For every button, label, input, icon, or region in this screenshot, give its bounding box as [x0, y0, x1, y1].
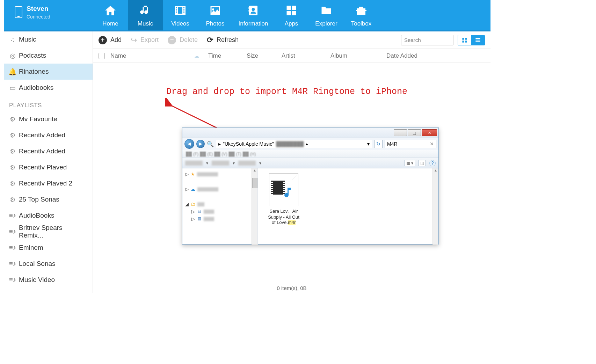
item-count: 0 item(s), 0B	[277, 285, 306, 291]
column-album[interactable]: Album	[330, 52, 386, 59]
svg-rect-2	[462, 41, 464, 42]
explorer-menu: ██(F) ██(E) ██(V) ██(T) ██(H)	[182, 150, 438, 158]
bell-icon: 🔔	[9, 68, 16, 75]
playlist-item[interactable]: ⚙Mv Favourite	[4, 111, 93, 127]
home-icon	[102, 3, 118, 17]
sidebar-ringtones[interactable]: 🔔Rinatones	[4, 64, 93, 80]
playlist-item[interactable]: ⚙Recentlv Added	[4, 127, 93, 143]
minimize-button[interactable]: ─	[394, 129, 407, 136]
explorer-toolbar: ▾ ▾ ▾ ▦ ▾ ◫ ?	[182, 158, 438, 168]
gear-icon: ⚙	[9, 116, 16, 123]
svg-rect-0	[462, 38, 464, 39]
svg-rect-5	[475, 39, 480, 40]
select-all-checkbox[interactable]	[93, 53, 110, 59]
svg-rect-6	[475, 41, 480, 42]
column-date-added[interactable]: Date Added	[386, 52, 490, 59]
music-note-icon: ♫	[9, 36, 16, 43]
contacts-icon	[245, 3, 261, 17]
nav-photos[interactable]: Photos	[198, 0, 233, 30]
plus-icon: +	[99, 36, 107, 44]
grid-view-button[interactable]	[458, 35, 471, 45]
nav-home[interactable]: Home	[93, 0, 128, 30]
cloud-icon: ☁	[191, 187, 195, 192]
help-icon[interactable]: ?	[429, 160, 436, 166]
nav-videos[interactable]: Videos	[163, 0, 198, 30]
maximize-button[interactable]: ▢	[408, 129, 421, 136]
cloud-icon: ☁	[194, 53, 208, 59]
device-name: Steven	[27, 5, 50, 13]
column-name[interactable]: Name	[110, 52, 194, 59]
sidebar-audiobooks[interactable]: ▭Audiobooks	[4, 80, 93, 96]
nav-toolbox[interactable]: Toolbox	[344, 0, 379, 30]
windows-explorer-window: ─ ▢ ✕ ◄ ► 🔍 ▸ "UkeySoft Apple Music" ███…	[182, 128, 439, 245]
add-button[interactable]: +Add	[99, 36, 122, 44]
delete-button[interactable]: −Delete	[168, 36, 198, 44]
explorer-body: ▷★ ▷☁ ◢🗂 ▷🖥 ▷🖥 ▲ Sara Lov、Air	[182, 168, 438, 245]
explorer-tree[interactable]: ▷★ ▷☁ ◢🗂 ▷🖥 ▷🖥 ▲	[182, 168, 258, 245]
computer-icon: 🖥	[197, 209, 202, 214]
path-field[interactable]: ▸ "UkeySoft Apple Music" ████████ ▸ ▾	[216, 140, 372, 148]
explorer-titlebar[interactable]: ─ ▢ ✕	[182, 128, 438, 138]
status-bar: 0 item(s), 0B	[93, 283, 490, 293]
export-icon: ↪	[131, 36, 137, 45]
svg-rect-1	[465, 38, 467, 39]
svg-rect-4	[475, 38, 480, 39]
column-size[interactable]: Size	[247, 52, 282, 59]
nav-apps[interactable]: Apps	[274, 0, 309, 30]
close-button[interactable]: ✕	[422, 129, 437, 136]
explorer-file-pane[interactable]: Sara Lov、Air Supply - All Out of Love.m4…	[258, 168, 438, 245]
m4r-file-icon	[269, 173, 298, 206]
file-item[interactable]: Sara Lov、Air Supply - All Out of Love.m4…	[263, 173, 305, 225]
photo-icon	[207, 3, 223, 17]
export-button[interactable]: ↪Export	[131, 36, 159, 45]
podcast-icon: ◎	[9, 52, 16, 59]
folder-icon	[318, 3, 334, 17]
playlist-icon: ≡♪	[9, 228, 16, 235]
playlist-item[interactable]: ≡♪Eminem	[4, 240, 93, 256]
column-time[interactable]: Time	[208, 52, 247, 59]
minus-icon: −	[168, 36, 176, 44]
refresh-button[interactable]: ↻	[374, 140, 383, 148]
share-button[interactable]	[238, 161, 256, 166]
back-button[interactable]: ◄	[184, 139, 194, 149]
nav-information[interactable]: Information	[233, 0, 274, 30]
playlist-item[interactable]: ⚙25 Top Sonas	[4, 191, 93, 208]
playlist-item[interactable]: ≡♪AudioBooks	[4, 208, 93, 224]
search-input[interactable]: 🔍	[401, 35, 453, 45]
organize-button[interactable]	[185, 161, 203, 166]
explorer-search[interactable]: M4R ✕	[385, 140, 436, 148]
sidebar-podcasts[interactable]: ◎Podcasts	[4, 48, 93, 64]
device-info[interactable]: Steven Connected	[4, 0, 93, 30]
star-icon: ★	[191, 172, 195, 177]
playlist-item[interactable]: ≡♪Local Sonas	[4, 256, 93, 272]
files-scrollbar[interactable]: ▲	[433, 168, 438, 245]
explorer-address-bar: ◄ ► 🔍 ▸ "UkeySoft Apple Music" ████████ …	[182, 138, 438, 150]
playlist-item[interactable]: ≡♪Britnev Spears Remix...	[4, 224, 93, 240]
column-artist[interactable]: Artist	[282, 52, 330, 59]
list-view-button[interactable]	[471, 35, 485, 45]
nav-music[interactable]: Music	[128, 0, 163, 30]
music-icon	[137, 3, 153, 17]
annotation-text: Drag and drop to import M4R Ringtone to …	[166, 87, 407, 97]
nav-explorer[interactable]: Explorer	[309, 0, 344, 30]
header-bar: Steven Connected Home Music Videos Photo…	[4, 0, 490, 31]
playlist-item[interactable]: ⚙Recentlv Added	[4, 143, 93, 159]
playlist-item[interactable]: ⚙Recentlv Plaved 2	[4, 175, 93, 191]
gear-icon: ⚙	[9, 148, 16, 155]
view-toggle	[458, 35, 485, 45]
clear-icon[interactable]: ✕	[430, 141, 434, 147]
playlist-icon: ≡♪	[9, 212, 16, 219]
svg-rect-3	[465, 41, 467, 42]
apps-icon	[283, 3, 299, 17]
playlist-item[interactable]: ≡♪Music Video	[4, 272, 93, 288]
view-options-icon[interactable]: ▦ ▾	[405, 160, 415, 166]
preview-pane-icon[interactable]: ◫	[419, 160, 426, 166]
refresh-button[interactable]: ⟳Refresh	[207, 36, 239, 45]
forward-button[interactable]: ►	[196, 140, 205, 148]
tree-scrollbar[interactable]: ▲	[252, 168, 257, 245]
playlist-icon: ≡♪	[9, 276, 16, 283]
include-button[interactable]	[212, 161, 229, 166]
playlist-item[interactable]: ⚙Recentlv Plaved	[4, 159, 93, 175]
device-status: Connected	[27, 14, 50, 20]
sidebar-music[interactable]: ♫Music	[4, 31, 93, 48]
